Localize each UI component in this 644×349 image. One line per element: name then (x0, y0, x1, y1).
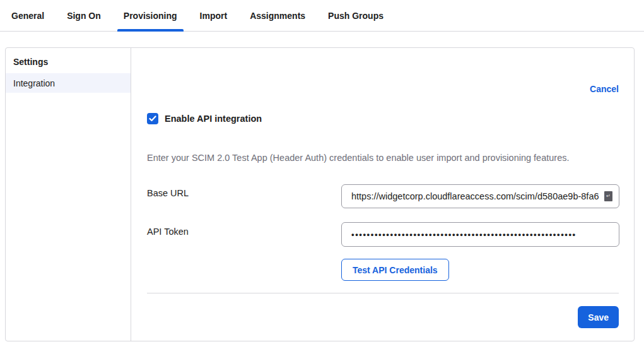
base-url-input[interactable] (341, 184, 619, 208)
tab-assignments[interactable]: Assignments (243, 0, 312, 31)
enable-api-integration-checkbox[interactable] (147, 113, 158, 124)
settings-sidebar: Settings Integration (6, 48, 131, 341)
app-tab-bar: General Sign On Provisioning Import Assi… (0, 0, 644, 32)
integration-settings-content: Cancel Enable API integration Enter your… (131, 48, 634, 341)
tab-import[interactable]: Import (194, 0, 234, 31)
sidebar-item-integration-label: Integration (13, 78, 55, 88)
enable-api-integration-label: Enable API integration (165, 114, 262, 124)
footer-divider (147, 293, 619, 293)
tab-general-label: General (11, 11, 44, 21)
tab-import-label: Import (200, 11, 228, 21)
save-button[interactable]: Save (578, 306, 619, 328)
tab-assignments-label: Assignments (250, 11, 305, 21)
check-icon (149, 115, 156, 122)
sidebar-header: Settings (6, 48, 131, 73)
tab-sign-on[interactable]: Sign On (61, 0, 107, 31)
sidebar-item-integration[interactable]: Integration (6, 73, 131, 93)
tab-active-underline (117, 29, 184, 32)
base-url-label: Base URL (147, 188, 189, 198)
api-token-label: API Token (147, 227, 189, 237)
api-token-input-wrap (341, 222, 619, 247)
tab-provisioning[interactable]: Provisioning (117, 0, 184, 31)
tab-general[interactable]: General (5, 0, 50, 31)
api-token-input[interactable] (341, 222, 619, 247)
settings-panel: Settings Integration Cancel Enable API i… (5, 47, 635, 341)
provisioning-settings-page: General Sign On Provisioning Import Assi… (0, 0, 644, 349)
tab-provisioning-label: Provisioning (124, 11, 177, 21)
test-api-credentials-button[interactable]: Test API Credentials (341, 259, 449, 281)
enable-api-integration-row: Enable API integration (147, 113, 262, 124)
tab-sign-on-label: Sign On (67, 11, 101, 21)
tab-push-groups-label: Push Groups (328, 11, 383, 21)
cancel-button[interactable]: Cancel (590, 84, 619, 94)
base-url-input-wrap: ↵ (341, 184, 619, 208)
credentials-description: Enter your SCIM 2.0 Test App (Header Aut… (147, 152, 619, 165)
tab-push-groups[interactable]: Push Groups (322, 0, 390, 31)
